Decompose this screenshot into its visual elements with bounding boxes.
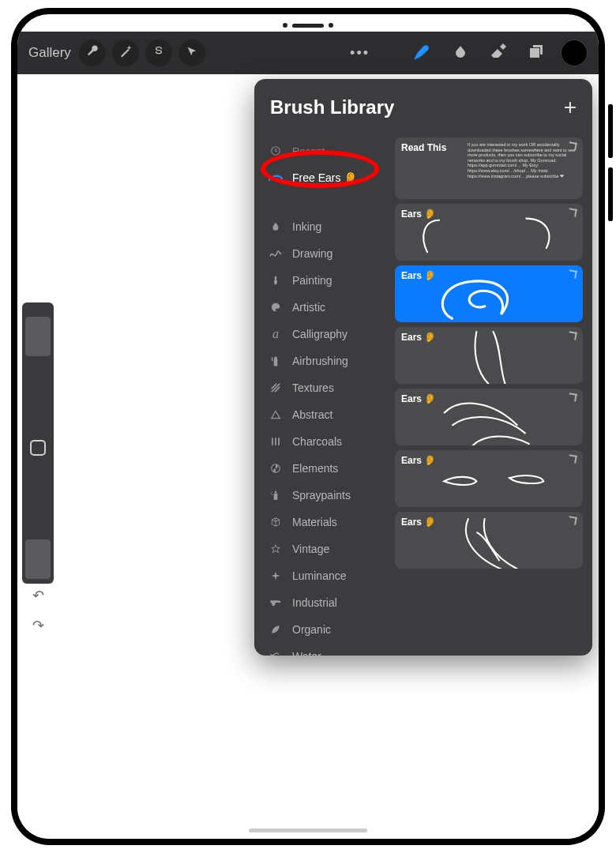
category-label: Abstract (292, 408, 387, 421)
category-airbrushing[interactable]: Airbrushing (254, 348, 395, 374)
category-water[interactable]: Water (254, 643, 395, 656)
category-label: Drawing (292, 247, 387, 260)
category-inking[interactable]: Inking (254, 213, 395, 240)
category-luminance[interactable]: Luminance (254, 562, 395, 589)
undo-icon[interactable]: ↶ (32, 587, 44, 604)
svg-rect-2 (274, 494, 278, 500)
brush-item-ears-4[interactable]: Ears 👂 (395, 389, 583, 445)
category-label: Painting (292, 274, 387, 287)
brush-item-ears-1[interactable]: Ears 👂 (395, 204, 583, 261)
s-icon (152, 45, 165, 61)
bars-icon (269, 436, 283, 447)
add-brush-set-button[interactable]: + (564, 95, 577, 120)
cube-icon (269, 517, 283, 528)
anvil-icon (269, 598, 283, 607)
category-recent[interactable]: Recent (254, 137, 395, 164)
hatch-icon (269, 382, 283, 393)
svg-point-6 (272, 494, 272, 495)
wand-icon (118, 44, 133, 62)
spray-icon (269, 489, 283, 502)
brush-item-ears-2[interactable]: Ears 👂 (395, 265, 583, 322)
squiggle-icon (269, 248, 283, 259)
brush-size-slider[interactable] (25, 317, 51, 356)
category-label: Luminance (292, 569, 387, 582)
leaf-icon (269, 624, 283, 635)
category-artistic[interactable]: Artistic (254, 294, 395, 321)
modify-button[interactable] (30, 440, 46, 456)
selection-button[interactable] (145, 39, 172, 66)
brush-opacity-slider[interactable] (25, 539, 51, 579)
category-label: Industrial (292, 596, 387, 609)
svg-point-4 (272, 491, 272, 492)
brush-list: Read This If you are interested in my wo… (395, 130, 592, 656)
category-label: Water (292, 650, 387, 656)
stroke-icon (269, 172, 283, 183)
hw-volume-down (608, 167, 613, 221)
camera-dot (283, 23, 287, 28)
category-label: Free Ears 👂 (292, 171, 387, 184)
brush-label: Ears 👂 (401, 209, 577, 220)
adjustments-button[interactable] (112, 39, 139, 66)
transform-button[interactable] (178, 39, 205, 66)
eraser-icon (489, 42, 508, 64)
brush-description: If you are interested in my work OR acci… (468, 142, 578, 178)
smudge-tool[interactable] (444, 36, 477, 70)
category-charcoals[interactable]: Charcoals (254, 428, 395, 455)
smudge-icon (451, 42, 470, 64)
category-label: Inking (292, 220, 387, 233)
redo-icon[interactable]: ↷ (32, 617, 44, 634)
layers-button[interactable] (520, 36, 553, 70)
category-industrial[interactable]: Industrial (254, 589, 395, 616)
brush-library-popover: Brush Library + Recent (254, 79, 592, 656)
script-a-icon: a (269, 327, 283, 341)
category-drawing[interactable]: Drawing (254, 240, 395, 267)
brush-icon (412, 41, 433, 65)
category-label: Vintage (292, 543, 387, 555)
category-spraypaints[interactable]: Spraypaints (254, 482, 395, 509)
imported-mark-icon (569, 270, 577, 278)
undo-redo-panel: ↶ ↷ (22, 587, 54, 634)
star-outline-icon (269, 543, 283, 554)
side-slider-panel (22, 302, 54, 584)
brush-item-read-this[interactable]: Read This If you are interested in my wo… (395, 137, 583, 199)
brush-item-ears-5[interactable]: Ears 👂 (395, 450, 583, 507)
sparkle-icon (269, 570, 283, 581)
drop-icon (269, 220, 283, 233)
waves-icon (269, 652, 283, 656)
svg-point-5 (271, 493, 272, 494)
brush-tool[interactable] (406, 36, 439, 70)
category-organic[interactable]: Organic (254, 616, 395, 643)
brush-item-ears-3[interactable]: Ears 👂 (395, 327, 583, 384)
category-textures[interactable]: Textures (254, 374, 395, 401)
more-button[interactable]: ••• (350, 45, 370, 62)
brush-category-list: Recent Free Ears 👂 Inking (254, 130, 395, 656)
speaker (292, 24, 324, 28)
category-painting[interactable]: Painting (254, 267, 395, 294)
eraser-tool[interactable] (482, 36, 515, 70)
brush-item-ears-6[interactable]: Ears 👂 (395, 512, 583, 569)
imported-mark-icon (569, 393, 577, 401)
imported-mark-icon (569, 209, 577, 216)
category-calligraphy[interactable]: a Calligraphy (254, 321, 395, 348)
clock-icon (269, 145, 283, 156)
category-label: Materials (292, 516, 387, 528)
imported-mark-icon (569, 517, 577, 524)
sensor-dot (329, 23, 333, 28)
palette-icon (269, 302, 283, 313)
imported-mark-icon (569, 142, 577, 150)
category-abstract[interactable]: Abstract (254, 401, 395, 428)
category-vintage[interactable]: Vintage (254, 535, 395, 562)
brush-label: Ears 👂 (401, 455, 577, 466)
category-materials[interactable]: Materials (254, 509, 395, 535)
color-picker[interactable] (561, 39, 588, 66)
imported-mark-icon (569, 332, 577, 340)
gallery-button[interactable]: Gallery (28, 45, 71, 61)
category-elements[interactable]: Elements (254, 455, 395, 482)
brush-label: Ears 👂 (401, 517, 577, 528)
category-free-ears[interactable]: Free Ears 👂 (254, 164, 395, 191)
category-label: Airbrushing (292, 355, 387, 367)
brush-label: Ears 👂 (401, 270, 577, 281)
actions-button[interactable] (79, 39, 106, 66)
wrench-icon (85, 44, 100, 62)
brush-label: Ears 👂 (401, 332, 577, 343)
